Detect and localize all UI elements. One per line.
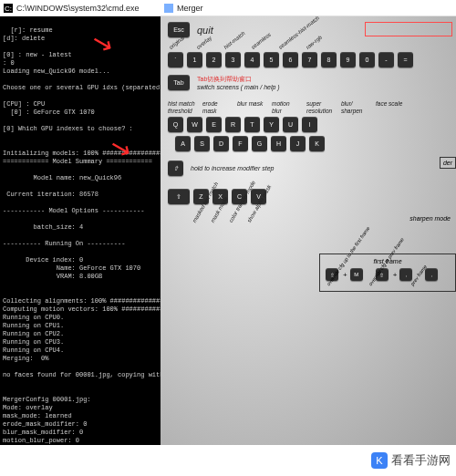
num-key[interactable]: 2 [206, 52, 222, 67]
asdf-row: A S D F G H J K [168, 136, 452, 151]
svg-text:C:: C: [5, 5, 12, 13]
equals-key[interactable]: = [398, 52, 413, 67]
num-key[interactable]: 6 [283, 52, 298, 67]
sharpen-label: sharpen mode [409, 215, 451, 222]
func-label: erode mask [202, 100, 232, 115]
letter-key[interactable]: I [302, 117, 317, 132]
plus-label: + [393, 271, 398, 279]
letter-key[interactable]: E [206, 117, 222, 132]
cmd-icon: C: [4, 4, 13, 13]
letter-key[interactable]: U [283, 117, 298, 132]
letter-key[interactable]: R [225, 117, 241, 132]
bottom-label: masked hist match [192, 208, 203, 223]
mode-labels: original overlay hist-match seamless sea… [168, 45, 452, 50]
first-frame-box: first frame ⇧ + M ⇧ + , , override cfg u… [319, 254, 456, 292]
letter-key[interactable]: W [187, 117, 202, 132]
letter-key[interactable]: Y [264, 117, 279, 132]
merger-icon [164, 4, 173, 13]
comma-key[interactable]: , [399, 268, 412, 281]
highlight-box [365, 22, 452, 36]
func-label: blur mask [237, 100, 266, 115]
shift-key[interactable]: ⇧ [168, 160, 183, 176]
switch-red-label: Tab切换到帮助窗口 [197, 75, 280, 83]
m-key[interactable]: M [350, 268, 363, 281]
watermark-text: 看看手游网 [391, 452, 451, 469]
merger-panel: Esc quit original overlay hist-match sea… [161, 16, 456, 445]
bottom-label: show alpha mask [246, 208, 258, 223]
num-key[interactable]: 5 [264, 52, 279, 67]
letter-key[interactable]: S [194, 136, 210, 151]
num-key[interactable]: 7 [302, 52, 317, 67]
hold-label: hold to increase modifier step [191, 165, 274, 171]
bottom-label: mask mode [210, 208, 222, 223]
func-label: face scale [376, 100, 405, 115]
func-label: motion blur [272, 100, 301, 115]
cmd-title-text: C:\WINDOWS\system32\cmd.exe [16, 4, 140, 13]
console-text: [r]: resume [d]: delete [0] : new - late… [3, 26, 161, 445]
number-key-row: ` 1 2 3 4 5 6 7 8 9 0 - = [168, 52, 452, 67]
first-frame-labels: override cfg up to the first frame overr… [326, 284, 450, 289]
num-key[interactable]: 1 [187, 52, 202, 67]
merger-title-text: Merger [177, 4, 203, 13]
tab-key[interactable]: Tab [168, 75, 190, 90]
letter-key[interactable]: A [175, 136, 191, 151]
letter-key[interactable]: J [290, 136, 306, 151]
function-labels: hist match threshold erode mask blur mas… [168, 100, 452, 115]
der-box: der [440, 157, 456, 169]
letter-key[interactable]: G [252, 136, 267, 151]
svg-rect-2 [164, 4, 173, 13]
switch-info: Tab切换到帮助窗口 switch screens ( main / help … [197, 75, 280, 91]
func-label: blur/ sharpen [341, 100, 370, 115]
site-logo-icon: K [371, 452, 388, 469]
qwerty-row: Q W E R T Y U I [168, 117, 452, 132]
num-key[interactable]: 4 [244, 52, 260, 67]
num-key[interactable]: 9 [340, 52, 356, 67]
minus-key[interactable]: - [378, 52, 394, 67]
letter-key[interactable]: Q [168, 117, 183, 132]
func-label: super resolution [306, 100, 336, 115]
letter-key[interactable]: H [271, 136, 286, 151]
switch-label: switch screens ( main / help ) [197, 83, 280, 91]
comma-key[interactable]: , [425, 268, 438, 281]
shift-key[interactable]: ⇧ [168, 189, 190, 204]
merger-titlebar: Merger [161, 0, 456, 16]
console-output[interactable]: [r]: resume [d]: delete [0] : new - late… [0, 16, 161, 445]
plus-label: + [343, 271, 347, 279]
letter-key[interactable]: T [244, 117, 260, 132]
num-key[interactable]: 3 [225, 52, 241, 67]
letter-key[interactable]: F [233, 136, 248, 151]
num-key[interactable]: 8 [321, 52, 337, 67]
bottom-label: color transfer mode [228, 208, 240, 223]
backtick-key[interactable]: ` [168, 52, 183, 67]
letter-key[interactable]: K [309, 136, 325, 151]
num-key[interactable]: 0 [359, 52, 375, 67]
func-label: hist match threshold [168, 100, 197, 115]
cmd-titlebar: C: C:\WINDOWS\system32\cmd.exe [0, 0, 161, 16]
letter-key[interactable]: D [213, 136, 229, 151]
der-label: der [443, 160, 452, 166]
watermark-bar: K 看看手游网 [0, 445, 456, 476]
